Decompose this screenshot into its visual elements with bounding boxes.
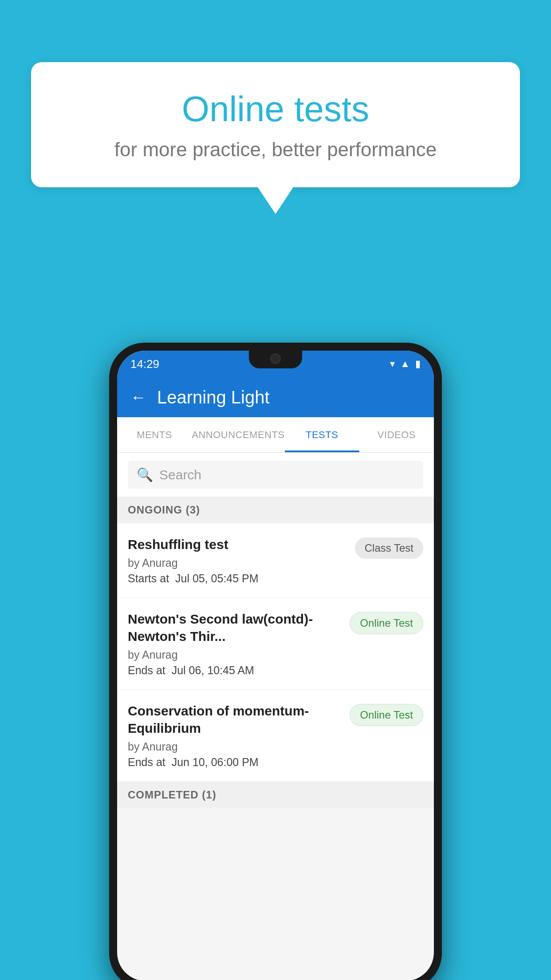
phone-camera <box>270 353 281 364</box>
test-author-3: by Anurag <box>128 740 341 753</box>
status-time: 14:29 <box>130 357 159 371</box>
battery-icon: ▮ <box>415 358 421 370</box>
test-info-2: Newton's Second law(contd)-Newton's Thir… <box>128 610 341 677</box>
test-title-1: Reshuffling test <box>128 536 346 553</box>
test-date-1: Starts at Jul 05, 05:45 PM <box>128 572 346 585</box>
status-icons: ▾ ▲ ▮ <box>390 358 421 370</box>
speech-bubble-container: Online tests for more practice, better p… <box>31 62 520 214</box>
test-title-2: Newton's Second law(contd)-Newton's Thir… <box>128 610 341 645</box>
test-list: Reshuffling test by Anurag Starts at Jul… <box>117 523 434 782</box>
bubble-title: Online tests <box>67 89 484 130</box>
completed-section-header: COMPLETED (1) <box>117 782 434 808</box>
search-input[interactable]: Search <box>159 467 201 482</box>
search-container: 🔍 Search <box>117 453 434 497</box>
ongoing-section-header: ONGOING (3) <box>117 497 434 523</box>
test-badge-2: Online Test <box>350 612 423 634</box>
test-title-3: Conservation of momentum-Equilibrium <box>128 702 341 737</box>
bubble-arrow <box>258 187 293 214</box>
test-author-2: by Anurag <box>128 648 341 661</box>
search-input-wrapper[interactable]: 🔍 Search <box>128 461 423 489</box>
phone-screen: 14:29 ▾ ▲ ▮ ← Learning Light MENTS ANNOU… <box>117 351 434 980</box>
speech-bubble: Online tests for more practice, better p… <box>31 62 520 187</box>
bubble-subtitle: for more practice, better performance <box>67 138 484 161</box>
app-bar: ← Learning Light <box>117 377 434 417</box>
test-date-2: Ends at Jul 06, 10:45 AM <box>128 664 341 677</box>
phone-frame: 14:29 ▾ ▲ ▮ ← Learning Light MENTS ANNOU… <box>109 343 442 980</box>
test-item-1[interactable]: Reshuffling test by Anurag Starts at Jul… <box>117 523 434 598</box>
back-button[interactable]: ← <box>130 388 146 407</box>
tab-videos[interactable]: VIDEOS <box>359 417 434 452</box>
tab-tests[interactable]: TESTS <box>285 417 359 452</box>
test-badge-3: Online Test <box>350 704 423 726</box>
tab-ments[interactable]: MENTS <box>117 417 192 452</box>
test-date-3: Ends at Jun 10, 06:00 PM <box>128 756 341 769</box>
phone-container: 14:29 ▾ ▲ ▮ ← Learning Light MENTS ANNOU… <box>109 343 442 980</box>
test-info-3: Conservation of momentum-Equilibrium by … <box>128 702 341 769</box>
test-item-3[interactable]: Conservation of momentum-Equilibrium by … <box>117 690 434 782</box>
phone-notch <box>249 351 302 368</box>
test-item-2[interactable]: Newton's Second law(contd)-Newton's Thir… <box>117 598 434 690</box>
test-author-1: by Anurag <box>128 557 346 569</box>
wifi-icon: ▾ <box>390 358 395 370</box>
test-info-1: Reshuffling test by Anurag Starts at Jul… <box>128 536 346 585</box>
app-bar-title: Learning Light <box>157 387 270 407</box>
tab-announcements[interactable]: ANNOUNCEMENTS <box>192 417 284 452</box>
signal-icon: ▲ <box>400 358 410 370</box>
search-icon: 🔍 <box>137 467 153 482</box>
test-badge-1: Class Test <box>355 537 423 559</box>
tabs-container: MENTS ANNOUNCEMENTS TESTS VIDEOS <box>117 417 434 453</box>
